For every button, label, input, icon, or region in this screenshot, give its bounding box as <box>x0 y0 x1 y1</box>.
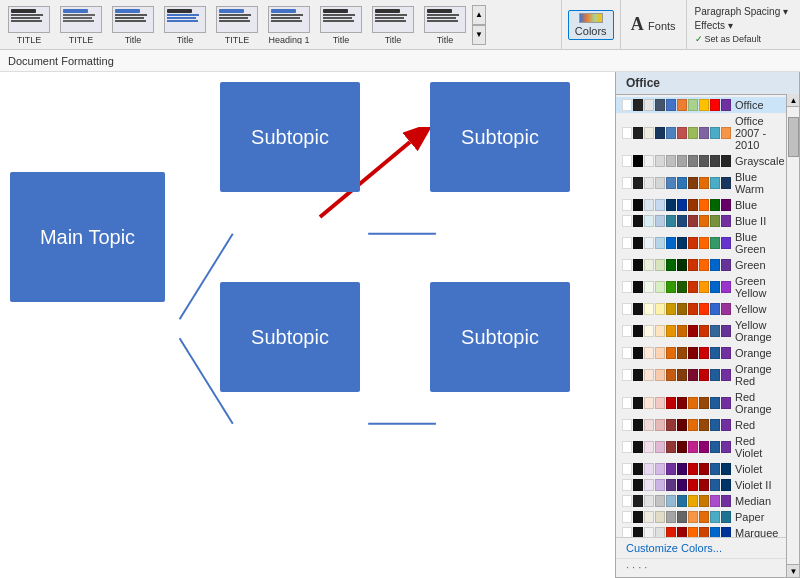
color-theme-item[interactable]: Median <box>616 493 786 509</box>
color-swatch <box>622 325 632 337</box>
color-swatch <box>710 441 720 453</box>
ribbon-template-0[interactable]: TITLE <box>4 3 54 47</box>
color-swatch <box>688 237 698 249</box>
color-theme-label: Blue II <box>735 215 766 227</box>
scrollbar-down-arrow[interactable]: ▼ <box>787 564 800 577</box>
ribbon-template-5[interactable]: Heading 1 <box>264 3 314 47</box>
color-theme-item[interactable]: Blue Green <box>616 229 786 257</box>
color-theme-label: Red Violet <box>735 435 780 459</box>
color-swatch <box>633 215 643 227</box>
subtopic-box-4[interactable]: Subtopic <box>430 282 570 392</box>
subtopic-box-2[interactable]: Subtopic <box>430 82 570 192</box>
color-swatch <box>699 259 709 271</box>
ribbon-scroll-up[interactable]: ▲ <box>472 5 486 25</box>
color-swatch <box>710 397 720 409</box>
color-theme-item[interactable]: Office <box>616 97 786 113</box>
color-swatch <box>699 325 709 337</box>
color-swatch <box>710 303 720 315</box>
customize-colors-button[interactable]: Customize Colors... <box>616 537 799 558</box>
color-swatch <box>677 303 687 315</box>
color-theme-item[interactable]: Orange Red <box>616 361 786 389</box>
fonts-button[interactable]: A Fonts <box>627 12 680 37</box>
color-swatch <box>721 259 731 271</box>
color-swatch <box>721 479 731 491</box>
color-theme-item[interactable]: Red <box>616 417 786 433</box>
color-swatch <box>710 463 720 475</box>
subtopic-box-3[interactable]: Subtopic <box>220 282 360 392</box>
color-swatch <box>622 281 632 293</box>
color-swatch <box>699 281 709 293</box>
color-theme-item[interactable]: Paper <box>616 509 786 525</box>
dropdown-scrollbar[interactable]: ▲ ▼ <box>786 94 799 577</box>
color-swatch <box>677 199 687 211</box>
color-theme-item[interactable]: Violet <box>616 461 786 477</box>
color-swatch <box>622 259 632 271</box>
color-swatch <box>655 527 665 537</box>
color-theme-item[interactable]: Yellow Orange <box>616 317 786 345</box>
swatch-group <box>622 511 731 523</box>
color-theme-item[interactable]: Orange <box>616 345 786 361</box>
ribbon-template-3[interactable]: Title <box>160 3 210 47</box>
swatch-group <box>622 397 731 409</box>
ribbon-template-6[interactable]: Title <box>316 3 366 47</box>
color-swatch <box>655 441 665 453</box>
swatch-group <box>622 281 731 293</box>
swatch-group <box>622 259 731 271</box>
color-swatch <box>677 463 687 475</box>
color-theme-item[interactable]: Grayscale <box>616 153 786 169</box>
color-theme-item[interactable]: Blue II <box>616 213 786 229</box>
color-swatch <box>633 199 643 211</box>
ribbon-template-7[interactable]: Title <box>368 3 418 47</box>
effects-button[interactable]: Effects ▾ <box>695 20 733 31</box>
subtopic-box-1[interactable]: Subtopic <box>220 82 360 192</box>
color-theme-item[interactable]: Green Yellow <box>616 273 786 301</box>
color-swatch <box>633 325 643 337</box>
color-swatch <box>644 99 654 111</box>
color-swatch <box>644 177 654 189</box>
color-swatch <box>655 99 665 111</box>
color-theme-item[interactable]: Yellow <box>616 301 786 317</box>
color-swatch <box>633 419 643 431</box>
ribbon-template-8[interactable]: Title <box>420 3 470 47</box>
ribbon-template-1[interactable]: TITLE <box>56 3 106 47</box>
set-default-button[interactable]: ✓ Set as Default <box>695 34 762 44</box>
color-theme-item[interactable]: Blue <box>616 197 786 213</box>
color-swatch <box>699 463 709 475</box>
color-theme-item[interactable]: Office 2007 - 2010 <box>616 113 786 153</box>
color-swatch <box>644 479 654 491</box>
swatch-group <box>622 527 731 537</box>
color-swatch <box>633 495 643 507</box>
color-swatch <box>688 479 698 491</box>
ribbon-template-4[interactable]: TITLE <box>212 3 262 47</box>
sub-bar: Document Formatting <box>0 50 800 72</box>
color-theme-item[interactable]: Violet II <box>616 477 786 493</box>
ribbon-scroll-down[interactable]: ▼ <box>472 25 486 45</box>
color-swatch <box>677 511 687 523</box>
color-theme-item[interactable]: Red Violet <box>616 433 786 461</box>
color-theme-label: Green <box>735 259 766 271</box>
scrollbar-up-arrow[interactable]: ▲ <box>787 94 800 107</box>
dropdown-list[interactable]: OfficeOffice 2007 - 2010GrayscaleBlue Wa… <box>616 95 799 537</box>
color-theme-item[interactable]: Marquee <box>616 525 786 537</box>
ribbon-template-2[interactable]: Title <box>108 3 158 47</box>
color-swatch <box>666 325 676 337</box>
color-swatch <box>622 127 632 139</box>
swatch-group <box>622 463 731 475</box>
color-swatch <box>644 281 654 293</box>
color-theme-item[interactable]: Red Orange <box>616 389 786 417</box>
main-topic-box[interactable]: Main Topic <box>10 172 165 302</box>
color-swatch <box>699 511 709 523</box>
scrollbar-thumb[interactable] <box>788 117 799 157</box>
color-swatch <box>633 127 643 139</box>
color-swatch <box>710 99 720 111</box>
color-swatch <box>633 479 643 491</box>
paragraph-spacing-button[interactable]: Paragraph Spacing ▾ <box>695 6 788 17</box>
color-theme-item[interactable]: Green <box>616 257 786 273</box>
colors-button[interactable]: Colors <box>568 10 614 40</box>
color-swatch <box>655 325 665 337</box>
color-swatch <box>655 369 665 381</box>
color-swatch <box>721 463 731 475</box>
color-swatch <box>688 369 698 381</box>
color-theme-item[interactable]: Blue Warm <box>616 169 786 197</box>
color-swatch <box>677 259 687 271</box>
